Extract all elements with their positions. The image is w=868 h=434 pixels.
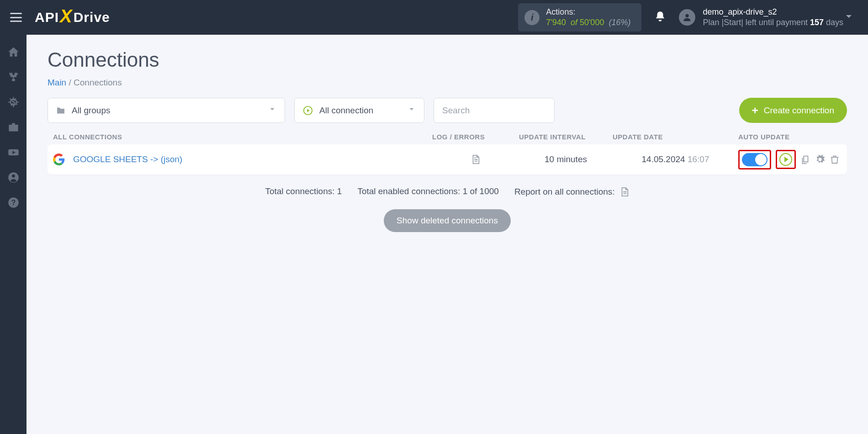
update-date: 14.05.2024 16:07 bbox=[613, 154, 738, 164]
folder-icon bbox=[56, 107, 65, 114]
chevron-down-icon[interactable] bbox=[843, 11, 854, 24]
auto-update-toggle[interactable] bbox=[742, 153, 767, 166]
breadcrumb-current: Connections bbox=[74, 78, 122, 87]
enabled-connections: Total enabled connections: 1 of 1000 bbox=[357, 186, 499, 197]
create-connection-button[interactable]: + Create connection bbox=[739, 98, 847, 123]
show-deleted-button[interactable]: Show deleted connections bbox=[384, 209, 511, 232]
avatar-icon bbox=[679, 9, 695, 26]
col-date: UPDATE DATE bbox=[613, 133, 738, 141]
filter-row: All groups All connection + Create conne… bbox=[48, 98, 847, 123]
table-header: ALL CONNECTIONS LOG / ERRORS UPDATE INTE… bbox=[48, 133, 847, 141]
breadcrumb-main[interactable]: Main bbox=[48, 78, 66, 87]
svg-text:$: $ bbox=[11, 98, 16, 106]
plan-info: Plan |Start| left until payment 157 days bbox=[703, 17, 843, 28]
page-title: Connections bbox=[48, 48, 847, 71]
menu-toggle[interactable] bbox=[10, 13, 22, 22]
log-button[interactable] bbox=[432, 154, 519, 165]
sidebar: $ ? bbox=[0, 35, 26, 434]
search-input[interactable] bbox=[434, 98, 555, 123]
help-icon[interactable]: ? bbox=[7, 196, 20, 209]
document-icon bbox=[619, 186, 630, 197]
summary-row: Total connections: 1 Total enabled conne… bbox=[48, 186, 847, 197]
col-auto: AUTO UPDATE bbox=[738, 133, 842, 141]
connection-row[interactable]: GOOGLE SHEETS -> (json) 10 minutes 14.05… bbox=[48, 144, 847, 175]
actions-counter[interactable]: i Actions: 7'940 of 50'000 (16%) bbox=[518, 3, 641, 32]
account-icon[interactable] bbox=[7, 171, 20, 184]
col-interval: UPDATE INTERVAL bbox=[519, 133, 613, 141]
svg-point-4 bbox=[12, 175, 15, 178]
billing-icon[interactable]: $ bbox=[7, 96, 20, 108]
report-link[interactable]: Report on all connections: bbox=[514, 186, 630, 197]
info-icon: i bbox=[524, 10, 540, 25]
svg-point-0 bbox=[686, 14, 689, 17]
status-select[interactable]: All connection bbox=[294, 98, 424, 123]
run-now-button[interactable] bbox=[779, 153, 792, 166]
user-menu[interactable]: demo_apix-drive_s2 Plan |Start| left unt… bbox=[679, 7, 843, 28]
groups-select[interactable]: All groups bbox=[48, 98, 285, 123]
notifications-button[interactable] bbox=[654, 11, 666, 24]
plus-icon: + bbox=[752, 104, 758, 117]
briefcase-icon[interactable] bbox=[7, 121, 20, 133]
document-icon bbox=[471, 154, 481, 165]
play-circle-icon bbox=[303, 106, 313, 116]
logo[interactable]: APIXDrive bbox=[35, 8, 110, 26]
col-log: LOG / ERRORS bbox=[432, 133, 519, 141]
actions-label: Actions: bbox=[546, 7, 630, 17]
actions-values: 7'940 of 50'000 (16%) bbox=[546, 17, 630, 28]
chevron-down-icon bbox=[408, 105, 416, 116]
row-actions bbox=[738, 150, 842, 169]
breadcrumb: Main / Connections bbox=[48, 78, 847, 88]
trash-icon[interactable] bbox=[830, 154, 840, 164]
highlight-toggle bbox=[738, 150, 771, 169]
main-content: Connections Main / Connections All group… bbox=[26, 35, 868, 434]
home-icon[interactable] bbox=[7, 46, 20, 58]
col-name: ALL CONNECTIONS bbox=[53, 133, 432, 141]
video-icon[interactable] bbox=[7, 146, 20, 159]
google-icon bbox=[53, 153, 65, 165]
connection-name[interactable]: GOOGLE SHEETS -> (json) bbox=[73, 154, 432, 164]
topbar: APIXDrive i Actions: 7'940 of 50'000 (16… bbox=[0, 0, 868, 35]
chevron-down-icon bbox=[268, 105, 276, 116]
update-interval: 10 minutes bbox=[519, 154, 613, 164]
svg-text:?: ? bbox=[11, 199, 16, 206]
gear-icon[interactable] bbox=[815, 154, 825, 164]
highlight-run bbox=[776, 150, 796, 169]
connections-icon[interactable] bbox=[7, 71, 20, 83]
total-connections: Total connections: 1 bbox=[265, 186, 342, 197]
copy-icon[interactable] bbox=[800, 154, 810, 164]
user-name: demo_apix-drive_s2 bbox=[703, 7, 843, 17]
